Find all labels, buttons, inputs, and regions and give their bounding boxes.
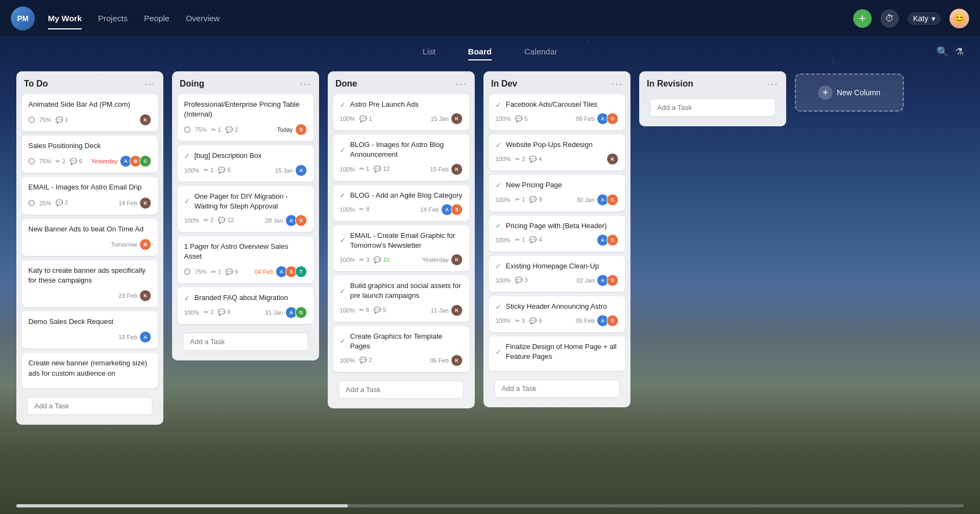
progress-circle	[28, 117, 35, 123]
avatar: S	[607, 274, 618, 286]
avatar: T	[295, 266, 307, 278]
inrevision-add-task	[645, 94, 781, 121]
card-bug-desc[interactable]: ✓ [bug] Description Box 100% ✏ 1 💬 6 15 …	[177, 145, 314, 181]
scrollbar-thumb[interactable]	[16, 504, 348, 507]
avatar: K	[451, 304, 463, 316]
column-inrevision-title: In Revision	[647, 79, 693, 89]
column-inrevision-menu[interactable]: ···	[767, 79, 779, 89]
doing-add-task-input[interactable]	[183, 333, 308, 351]
card-katy-banner[interactable]: Katy to create banner ads specifically f…	[22, 260, 158, 307]
avatar: G	[295, 307, 307, 319]
tab-calendar[interactable]: Calendar	[524, 45, 558, 58]
avatar: S	[607, 234, 618, 246]
inrevision-add-task-input[interactable]	[650, 99, 775, 117]
tab-board[interactable]: Board	[468, 45, 492, 58]
card-branded-faq[interactable]: ✓ Branded FAQ about Migration 100% ✏ 2 💬…	[177, 287, 314, 323]
column-indev-cards: ✓ Facebook Ads/Carousel Tiles 100% 💬 5 0…	[483, 94, 630, 375]
todo-add-task-input[interactable]	[27, 397, 152, 415]
card-remarketing[interactable]: Create new banner (remarketing size) ads…	[22, 353, 158, 388]
column-done-menu[interactable]: ···	[456, 79, 467, 89]
nav-item-mywork[interactable]: My Work	[48, 11, 82, 25]
card-finalize-design[interactable]: ✓ Finalize Design of Home Page + all Fea…	[489, 336, 625, 370]
check-icon: ✓	[340, 101, 346, 109]
avatar: S	[607, 194, 618, 206]
app-logo[interactable]: PM	[11, 7, 35, 30]
avatar: K	[139, 290, 151, 302]
done-add-task	[333, 376, 469, 403]
avatar: S	[295, 124, 307, 136]
card-astro-prelaunch[interactable]: ✓ Astro Pre Launch Ads 100% 💬 1 15 Jan K	[333, 94, 469, 130]
avatar: K	[451, 354, 463, 366]
card-build-graphics[interactable]: ✓ Build graphics and social assets for p…	[333, 276, 469, 321]
avatar: A	[295, 164, 307, 176]
check-icon: ✓	[340, 287, 346, 295]
card-blog-agile[interactable]: ✓ BLOG - Add an Agile Blog Category 100%…	[333, 185, 469, 221]
nav-right: + ⏱ Katy ▾ 😊	[853, 9, 969, 28]
column-indev: In Dev ··· ✓ Facebook Ads/Carousel Tiles…	[483, 71, 630, 407]
column-todo-menu[interactable]: ···	[144, 79, 156, 89]
card-email-graphic[interactable]: ✓ EMAIL - Create Email Graphic for Tomor…	[333, 225, 469, 271]
card-email-images[interactable]: EMAIL - Images for Astro Email Drip 25% …	[22, 177, 158, 214]
tab-list[interactable]: List	[422, 45, 435, 58]
card-one-pager-astro[interactable]: 1 Pager for Astro Overview Sales Asset 7…	[177, 236, 314, 283]
horizontal-scrollbar[interactable]	[16, 504, 964, 507]
column-doing: Doing ··· Professional/Enterprise Pricin…	[172, 71, 319, 360]
avatar: B	[139, 238, 151, 250]
indev-add-task	[489, 375, 625, 402]
avatar: C	[139, 155, 151, 167]
column-done: Done ··· ✓ Astro Pre Launch Ads 100% 💬 1…	[328, 71, 475, 408]
card-fb-ads[interactable]: ✓ Facebook Ads/Carousel Tiles 100% 💬 5 0…	[489, 94, 625, 130]
card-banner-ads[interactable]: New Banner Ads to beat On Time Ad Tomorr…	[22, 219, 158, 256]
avatar: A	[139, 331, 151, 343]
column-indev-title: In Dev	[491, 79, 517, 89]
check-icon: ✓	[495, 181, 501, 189]
top-navigation: PM My Work Projects People Overview + ⏱ …	[0, 0, 980, 37]
user-menu[interactable]: Katy ▾	[908, 12, 941, 25]
card-animated-sidebar[interactable]: Animated Side Bar Ad (PM.com) 75% 💬 1 K	[22, 94, 158, 131]
avatar: S	[295, 215, 307, 227]
column-indev-menu[interactable]: ···	[611, 79, 623, 89]
nav-item-overview[interactable]: Overview	[186, 11, 220, 25]
avatar: S	[451, 204, 463, 216]
column-inrevision-header: In Revision ···	[639, 71, 786, 94]
column-doing-menu[interactable]: ···	[300, 79, 311, 89]
new-column-button[interactable]: + New Column	[795, 74, 904, 112]
column-doing-cards: Professional/Enterprise Pricing Table (I…	[172, 94, 319, 328]
card-pricing-beta[interactable]: ✓ Pricing Page with (Beta Header) 100% ✏…	[489, 216, 625, 252]
card-one-pager-diy[interactable]: ✓ One Pager for DIY Migration - Waiting …	[177, 186, 314, 232]
nav-item-projects[interactable]: Projects	[98, 11, 127, 25]
indev-add-task-input[interactable]	[494, 380, 620, 397]
card-homepage-cleanup[interactable]: ✓ Existing Homepage Clean-Up 100% 💬 3 02…	[489, 256, 625, 292]
search-button[interactable]: 🔍	[936, 46, 948, 58]
doing-add-task	[177, 328, 314, 355]
user-avatar[interactable]: 😊	[950, 9, 969, 28]
column-todo: To Do ··· Animated Side Bar Ad (PM.com) …	[16, 71, 163, 425]
add-button[interactable]: +	[853, 9, 872, 28]
column-done-cards: ✓ Astro Pre Launch Ads 100% 💬 1 15 Jan K	[328, 94, 475, 376]
nav-item-people[interactable]: People	[144, 11, 169, 25]
filter-button[interactable]: ⚗	[955, 46, 964, 58]
avatar: K	[451, 113, 463, 125]
progress-circle	[28, 158, 35, 164]
view-tabs: List Board Calendar 🔍 ⚗	[0, 37, 980, 66]
column-indev-header: In Dev ···	[483, 71, 630, 94]
card-popup-redesign[interactable]: ✓ Website Pop-Ups Redesign 100% ✏ 3 💬 4 …	[489, 134, 625, 170]
check-icon: ✓	[340, 146, 346, 154]
check-icon: ✓	[340, 337, 346, 345]
avatar: K	[607, 153, 618, 165]
column-todo-header: To Do ···	[16, 71, 163, 94]
card-pricing-table[interactable]: Professional/Enterprise Pricing Table (I…	[177, 94, 314, 141]
card-sales-deck[interactable]: Sales Positioning Deck 75% ✏ 2 💬 6 Yeste…	[22, 136, 158, 173]
card-blog-images[interactable]: ✓ BLOG - Images for Astro Blog Announcem…	[333, 134, 469, 180]
progress-circle	[184, 268, 191, 275]
timer-button[interactable]: ⏱	[880, 9, 899, 28]
card-template-pages[interactable]: ✓ Create Graphics for Template Pages 100…	[333, 326, 469, 372]
check-icon: ✓	[184, 197, 190, 205]
avatar: S	[607, 113, 618, 125]
card-new-pricing[interactable]: ✓ New Pricing Page 100% ✏ 1 💬 9 30 Jan A…	[489, 175, 625, 211]
card-sticky-header[interactable]: ✓ Sticky Header Announcing Astro 100% ✏ …	[489, 296, 625, 332]
check-icon: ✓	[495, 262, 501, 270]
done-add-task-input[interactable]	[339, 381, 464, 399]
check-icon: ✓	[495, 348, 501, 356]
card-demo-deck[interactable]: Demo Sales Deck Request 19 Feb A	[22, 311, 158, 348]
